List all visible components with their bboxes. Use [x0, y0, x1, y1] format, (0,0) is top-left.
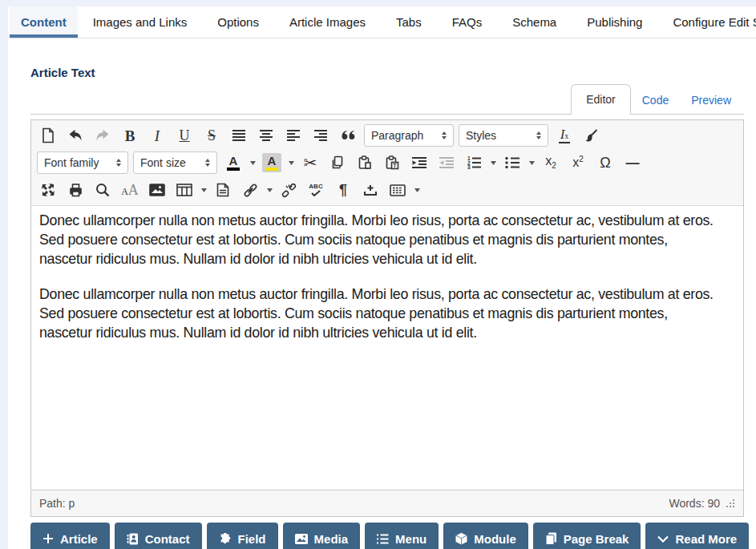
xtd-button-article[interactable]: Article [30, 523, 110, 549]
editor-status-bar: Path: p Words: 90 [31, 490, 743, 516]
select-arrows-icon [110, 159, 121, 167]
align-center-button[interactable] [254, 124, 278, 147]
unlink-icon [281, 183, 297, 198]
main-tab-content[interactable]: Content [10, 6, 78, 38]
indent-button[interactable] [407, 151, 431, 174]
article-document-button[interactable] [211, 179, 235, 201]
select-arrows-icon [435, 131, 447, 139]
contact-card-icon [127, 533, 139, 545]
italic-button[interactable]: I [145, 124, 169, 147]
svg-text:T: T [393, 163, 397, 168]
redo-button[interactable] [91, 124, 115, 147]
main-tab-images-and-links[interactable]: Images and Links [78, 6, 203, 38]
bullet-list-dropdown-arrow[interactable] [526, 161, 537, 165]
xtd-button-field[interactable]: Field [207, 523, 278, 549]
bold-icon: B [125, 128, 135, 143]
underline-button[interactable]: U [172, 124, 196, 147]
align-justify-button[interactable] [227, 124, 251, 147]
main-tab-publishing[interactable]: Publishing [572, 6, 657, 38]
font-family-select[interactable]: Font family [37, 151, 128, 174]
font-size-select[interactable]: Font size [133, 151, 217, 174]
numbered-list-dropdown-arrow[interactable] [487, 161, 499, 165]
print-icon [68, 183, 83, 197]
main-tab-tabs[interactable]: Tabs [381, 6, 437, 38]
xtd-button-media[interactable]: Media [283, 523, 361, 549]
resize-grip-icon[interactable] [726, 499, 735, 508]
paste-button[interactable] [353, 151, 377, 174]
cut-icon: ✂ [304, 155, 317, 171]
format-brush-button[interactable] [580, 124, 604, 147]
editor-tab-code[interactable]: Code [631, 86, 680, 115]
page-break-icon [545, 532, 557, 545]
xtd-button-menu[interactable]: Menu [365, 523, 439, 549]
special-character-button[interactable]: Ω [593, 151, 617, 174]
superscript-button[interactable]: x2 [566, 151, 590, 174]
text-color-icon: A [227, 155, 240, 171]
xtd-button-module[interactable]: Module [443, 523, 528, 549]
undo-button[interactable] [63, 124, 87, 147]
keyboard-button[interactable] [386, 179, 410, 201]
word-count: Words: 90 [669, 497, 720, 510]
horizontal-rule-button[interactable]: — [621, 151, 645, 174]
cut-button[interactable]: ✂ [298, 151, 322, 174]
editor-path: Path: p [39, 497, 75, 510]
pilcrow-button[interactable]: ¶ [331, 179, 355, 201]
highlight-color-dropdown-arrow[interactable] [285, 161, 297, 165]
print-button[interactable] [63, 179, 87, 201]
blockquote-button[interactable] [336, 124, 360, 147]
clear-formatting-button[interactable]: Ix [552, 124, 576, 147]
bullet-list-button[interactable] [500, 151, 524, 174]
bold-button[interactable]: B [118, 124, 142, 147]
format-select[interactable]: Paragraph [364, 124, 454, 147]
main-tab-article-images[interactable]: Article Images [274, 6, 381, 38]
search-button[interactable] [91, 179, 115, 201]
copy-icon [330, 155, 345, 170]
align-right-button[interactable] [309, 124, 333, 147]
image-button[interactable] [145, 179, 169, 201]
table-button[interactable] [172, 179, 196, 201]
fullscreen-icon [41, 183, 55, 197]
link-dropdown-arrow[interactable] [264, 188, 275, 192]
xtd-button-label: Article [60, 532, 98, 546]
editor-wrap: EditorCodePreview BIUSParagraphStylesIxF… [30, 83, 744, 549]
table-dropdown-arrow[interactable] [198, 188, 209, 192]
xtd-button-contact[interactable]: Contact [115, 523, 202, 549]
paste-text-button[interactable]: T [380, 151, 404, 174]
link-button[interactable] [238, 179, 262, 201]
article-text-label: Article Text [30, 66, 756, 79]
new-document-button[interactable] [36, 124, 60, 147]
xtd-button-page-break[interactable]: Page Break [533, 523, 641, 549]
fullscreen-button[interactable] [36, 179, 60, 201]
main-tab-configure-edit-screen[interactable]: Configure Edit Screen [657, 6, 756, 38]
editor-tab-editor[interactable]: Editor [571, 84, 631, 115]
align-left-button[interactable] [281, 124, 305, 147]
outdent-button[interactable] [435, 151, 459, 174]
highlight-color-button[interactable]: A [260, 151, 284, 174]
module-cube-icon [455, 532, 467, 545]
font-case-icon: AA [121, 183, 139, 197]
unlink-button[interactable] [277, 179, 301, 201]
editor-tab-preview[interactable]: Preview [680, 86, 742, 115]
spellcheck-button[interactable]: ABC [304, 179, 328, 201]
text-color-button[interactable]: A [221, 151, 245, 174]
xtd-button-read-more[interactable]: Read More [645, 523, 749, 549]
strikethrough-button[interactable]: S [200, 124, 224, 147]
styles-select[interactable]: Styles [459, 124, 548, 147]
italic-icon: I [155, 128, 160, 143]
indent-icon [411, 156, 427, 169]
editor-container: BIUSParagraphStylesIxFont familyFont siz… [30, 119, 744, 517]
font-family-select-value: Font family [44, 156, 99, 169]
main-tab-faqs[interactable]: FAQs [437, 6, 498, 38]
xtd-button-label: Menu [395, 532, 427, 546]
copy-button[interactable] [325, 151, 350, 174]
numbered-list-button[interactable]: 123 [462, 151, 486, 174]
text-color-dropdown-arrow[interactable] [247, 161, 258, 165]
main-tab-schema[interactable]: Schema [497, 6, 572, 38]
editor-content-area[interactable]: Donec ullamcorper nulla non metus auctor… [31, 205, 743, 490]
font-case-button[interactable]: AA [118, 179, 142, 201]
main-tab-options[interactable]: Options [202, 6, 274, 38]
keyboard-dropdown-arrow[interactable] [411, 188, 422, 192]
insert-button[interactable] [358, 179, 382, 201]
subscript-button[interactable]: x2 [539, 151, 563, 174]
strikethrough-icon: S [208, 128, 216, 143]
